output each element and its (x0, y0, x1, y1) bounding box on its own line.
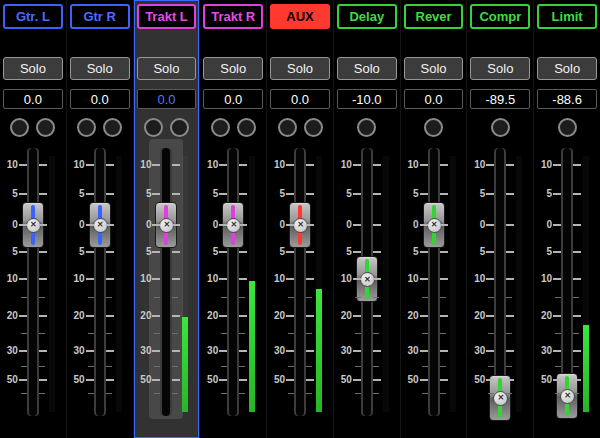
scale-tick (488, 366, 494, 367)
scale-label: 0 (146, 219, 152, 231)
scale-tick (106, 350, 114, 352)
solo-button[interactable]: Solo (470, 57, 530, 80)
scale-label: 50 (407, 374, 418, 386)
solo-button[interactable]: Solo (203, 57, 263, 80)
pan-knobs-row (404, 118, 464, 137)
pan-knob[interactable] (144, 118, 163, 137)
level-meter (583, 156, 589, 412)
solo-button[interactable]: Solo (404, 57, 464, 80)
pan-knob[interactable] (237, 118, 256, 137)
scale-tick (221, 333, 227, 334)
scale-label: 50 (74, 374, 85, 386)
pan-knob[interactable] (77, 118, 96, 137)
scale-tick (440, 333, 446, 334)
channel-name-label[interactable]: Trakt L (137, 4, 197, 29)
gain-value-display[interactable]: 0.0 (270, 89, 330, 109)
pan-knob[interactable] (304, 118, 323, 137)
scale-tick (486, 379, 494, 381)
fader-handle[interactable]: ✕ (489, 375, 511, 421)
pan-knobs-row (70, 118, 130, 137)
channel-name-label[interactable]: AUX (270, 4, 330, 29)
scale-tick (172, 251, 180, 253)
level-meter (516, 156, 522, 412)
scale-label: 0 (213, 219, 219, 231)
scale-label: 10 (474, 273, 485, 285)
gain-value-display[interactable]: 0.0 (3, 89, 63, 109)
gain-value-display[interactable]: 0.0 (404, 89, 464, 109)
scale-tick (219, 251, 227, 253)
channel-name-label[interactable]: Rever (404, 4, 464, 29)
strip-spacer (3, 29, 63, 57)
strip-spacer (203, 29, 263, 57)
solo-button[interactable]: Solo (537, 57, 597, 80)
scale-tick (154, 333, 160, 334)
channel-name-label[interactable]: Gtr. L (3, 4, 63, 29)
level-meter (249, 156, 255, 412)
scale-tick (555, 393, 561, 394)
fader-slot (229, 148, 237, 416)
scale-label: 5 (547, 188, 553, 200)
scale-tick (373, 366, 379, 367)
scale-tick (88, 333, 94, 334)
solo-button[interactable]: Solo (3, 57, 63, 80)
pan-knob[interactable] (558, 118, 577, 137)
solo-button[interactable]: Solo (270, 57, 330, 80)
gain-value-display[interactable]: 0.0 (137, 89, 197, 109)
fader-area: ✕ 1050510203050 (337, 137, 397, 438)
pan-knob[interactable] (424, 118, 443, 137)
scale-tick (573, 164, 581, 166)
scale-tick (239, 193, 247, 195)
pan-knob[interactable] (10, 118, 29, 137)
scale-tick (422, 366, 428, 367)
scale-tick (355, 366, 361, 367)
fader-slot (296, 148, 304, 416)
scale-tick (422, 393, 428, 394)
scale-tick (152, 251, 160, 253)
scale-tick (86, 164, 94, 166)
solo-button[interactable]: Solo (337, 57, 397, 80)
channel-name-label[interactable]: Delay (337, 4, 397, 29)
scale-tick (106, 379, 114, 381)
scale-tick (420, 315, 428, 317)
scale-tick (353, 251, 361, 253)
level-meter-fill (182, 317, 188, 412)
scale-tick (306, 315, 314, 317)
channel-name-label[interactable]: Gtr R (70, 4, 130, 29)
solo-button[interactable]: Solo (70, 57, 130, 80)
channel-name-label[interactable]: Trakt R (203, 4, 263, 29)
solo-button[interactable]: Solo (137, 57, 197, 80)
pan-knob[interactable] (491, 118, 510, 137)
scale-tick (306, 251, 314, 253)
pan-knob[interactable] (170, 118, 189, 137)
gain-value-display[interactable]: -10.0 (337, 89, 397, 109)
scale-tick (486, 251, 494, 253)
scale-tick (353, 315, 361, 317)
gain-value-display[interactable]: 0.0 (203, 89, 263, 109)
channel-name-label[interactable]: Limit (537, 4, 597, 29)
scale-tick (353, 164, 361, 166)
scale-tick (239, 278, 247, 280)
scale-tick (373, 224, 381, 226)
pan-knob[interactable] (357, 118, 376, 137)
scale-label: 10 (207, 159, 218, 171)
gain-value-display[interactable]: 0.0 (70, 89, 130, 109)
scale-label: 0 (480, 219, 486, 231)
scale-tick (306, 297, 312, 298)
scale-label: 5 (146, 188, 152, 200)
scale-tick (573, 251, 581, 253)
strip-spacer (537, 29, 597, 57)
pan-knob[interactable] (278, 118, 297, 137)
gain-value-display[interactable]: -88.6 (537, 89, 597, 109)
scale-label: 0 (79, 219, 85, 231)
fader-area: ✕ 1050510203050 (404, 137, 464, 438)
scale-tick (239, 224, 247, 226)
pan-knob[interactable] (36, 118, 55, 137)
channel-name-label[interactable]: Compr (470, 4, 530, 29)
pan-knob[interactable] (211, 118, 230, 137)
scale-label: 5 (79, 188, 85, 200)
scale-tick (39, 224, 47, 226)
gain-value-display[interactable]: -89.5 (470, 89, 530, 109)
scale-tick (19, 350, 27, 352)
scale-tick (154, 366, 160, 367)
pan-knob[interactable] (103, 118, 122, 137)
